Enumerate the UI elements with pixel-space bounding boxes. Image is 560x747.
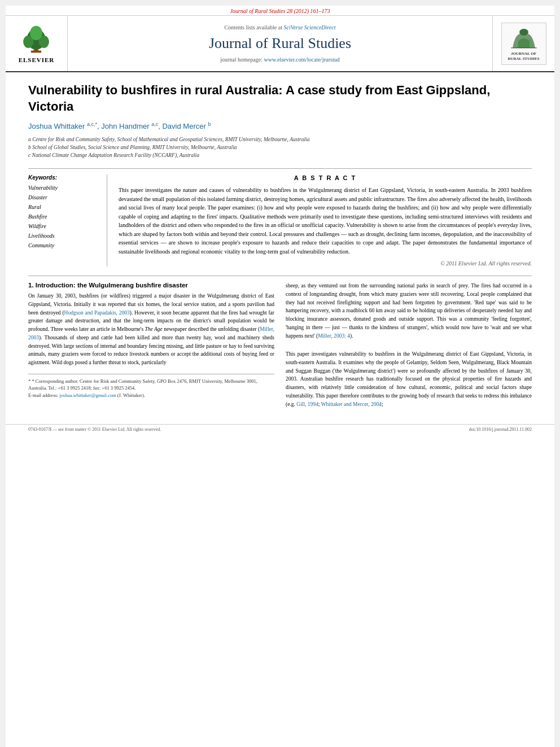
abstract-content: A B S T R A C T This paper investigates …: [119, 174, 532, 267]
footnote-area: * * Corresponding author. Centre for Ris…: [28, 374, 274, 399]
email-name: (J. Whittaker).: [117, 392, 145, 398]
elsevier-logo: ELSEVIER: [19, 24, 55, 63]
footnote-text-content: * Corresponding author. Centre for Risk …: [28, 378, 257, 391]
keywords-title: Keywords:: [28, 174, 100, 181]
right-paragraph-2: This paper investigates vulnerability to…: [286, 350, 532, 408]
citation-miller-4[interactable]: Miller, 2003: 4: [318, 333, 350, 339]
email-label: E-mail address:: [28, 392, 58, 398]
article-content: Vulnerability to bushfires in rural Aust…: [6, 72, 554, 418]
right-paragraph-1: sheep, as they ventured out from the sur…: [286, 282, 532, 340]
main-body: 1. Introduction: the Wulgulmerang bushfi…: [28, 282, 532, 408]
sciverse-line: Contents lists available at SciVerse Sci…: [224, 24, 335, 30]
footnote-email: E-mail address: joshua.whittaker@gmail.c…: [28, 392, 274, 399]
svg-rect-5: [34, 50, 39, 51]
keyword-disaster: Disaster: [28, 193, 100, 202]
article-title: Vulnerability to bushfires in rural Aust…: [28, 82, 532, 115]
divider-1: [28, 168, 532, 169]
author-mercer: David Mercer: [162, 123, 205, 131]
sciverse-prefix: Contents lists available at: [224, 24, 283, 30]
citation-gill[interactable]: Gill, 1994: [296, 401, 318, 407]
journal-logo-text: JOURNAL OF RURAL STUDIES: [504, 51, 544, 62]
elsevier-tree-icon: [19, 24, 53, 55]
doi-line: doi:10.1016/j.jrurstud.2011.11.002: [469, 427, 532, 432]
abstract-header: A B S T R A C T: [119, 174, 532, 181]
footnote-corresponding: * * Corresponding author. Centre for Ris…: [28, 378, 274, 392]
sciverse-link[interactable]: SciVerse ScienceDirect: [283, 24, 335, 30]
email-address[interactable]: joshua.whittaker@gmail.com: [59, 392, 116, 398]
homepage-url[interactable]: www.elsevier.com/locate/jrurstud: [264, 56, 339, 63]
page: Journal of Rural Studies 28 (2012) 161–1…: [6, 6, 554, 747]
left-paragraph-1: On January 30, 2003, bushfires (or wildf…: [28, 292, 274, 366]
svg-point-4: [30, 26, 42, 41]
journal-header: ELSEVIER Contents lists available at Sci…: [6, 16, 554, 72]
abstract-text: This paper investigates the nature and c…: [119, 186, 532, 256]
journal-title: Journal of Rural Studies: [209, 35, 351, 52]
keywords-box: Keywords: Vulnerability Disaster Rural B…: [28, 174, 107, 267]
journal-citation-bar: Journal of Rural Studies 28 (2012) 161–1…: [6, 6, 554, 16]
section-1-title: 1. Introduction: the Wulgulmerang bushfi…: [28, 282, 274, 289]
abstract-section: Keywords: Vulnerability Disaster Rural B…: [28, 174, 532, 267]
keyword-community: Community: [28, 241, 100, 250]
affiliation-b: b School of Global Studies, Social Scien…: [28, 143, 532, 151]
affiliation-a: a Centre for Risk and Community Safety, …: [28, 136, 532, 143]
keyword-wildfire: Wildfire: [28, 221, 100, 231]
authors-line: Joshua Whittaker a,c,*, John Handmer a,c…: [28, 121, 532, 130]
keyword-bushfire: Bushfire: [28, 212, 100, 221]
elsevier-label: ELSEVIER: [19, 56, 55, 63]
keyword-vulnerability: Vulnerability: [28, 183, 100, 193]
author-mercer-sup: b: [208, 121, 211, 127]
affiliation-c: c National Climate Change Adaptation Res…: [28, 151, 532, 159]
left-column: 1. Introduction: the Wulgulmerang bushfi…: [28, 282, 274, 408]
author-handmer: John Handmer: [101, 123, 149, 131]
elsevier-logo-area: ELSEVIER: [6, 16, 68, 71]
journal-header-center: Contents lists available at SciVerse Sci…: [68, 16, 492, 71]
bottom-bar: 0743-0167/$ — see front matter © 2011 El…: [6, 424, 554, 434]
right-column: sheep, as they ventured out from the sur…: [286, 282, 532, 408]
keywords-list: Vulnerability Disaster Rural Bushfire Wi…: [28, 183, 100, 250]
issn-line: 0743-0167/$ — see front matter © 2011 El…: [28, 427, 161, 432]
citation-whittaker-mercer[interactable]: Whittaker and Mercer, 2004: [321, 401, 382, 407]
citation-hodgson[interactable]: Hodgson and Papadakis, 2003: [64, 310, 130, 316]
journal-homepage: journal homepage: www.elsevier.com/locat…: [220, 56, 340, 63]
journal-citation: Journal of Rural Studies 28 (2012) 161–1…: [230, 8, 330, 14]
author-whittaker-sup: a,c,*: [87, 121, 97, 127]
journal-logo-area: JOURNAL OF RURAL STUDIES: [492, 16, 554, 71]
author-handmer-sup: a,c: [151, 121, 158, 127]
homepage-prefix: journal homepage:: [220, 56, 264, 63]
keyword-rural: Rural: [28, 202, 100, 212]
abstract-copyright: © 2011 Elsevier Ltd. All rights reserved…: [119, 260, 532, 267]
divider-2: [28, 276, 532, 276]
author-whittaker: Joshua Whittaker: [28, 123, 85, 131]
journal-logo-box: JOURNAL OF RURAL STUDIES: [501, 23, 546, 65]
affiliations: a Centre for Risk and Community Safety, …: [28, 136, 532, 160]
svg-point-7: [519, 28, 528, 35]
journal-logo-icon: [510, 25, 538, 51]
svg-rect-6: [31, 51, 41, 53]
keyword-livelihoods: Livelihoods: [28, 231, 100, 241]
